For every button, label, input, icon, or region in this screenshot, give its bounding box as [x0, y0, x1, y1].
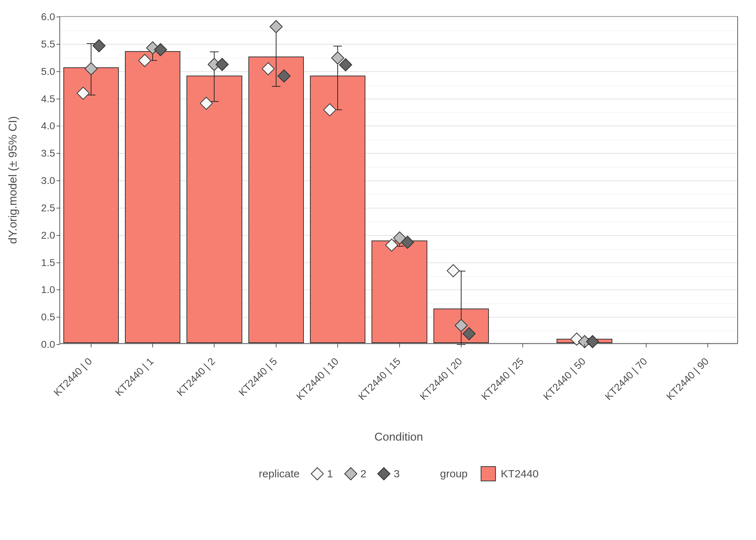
y-tick-label: 4.5: [41, 93, 60, 105]
y-tick-label: 4.0: [41, 120, 60, 132]
replicate-point: [92, 39, 105, 53]
x-tick-label: KT2440 | 70: [603, 356, 649, 402]
diamond-icon: [344, 467, 357, 481]
legend-group-title: group: [440, 468, 468, 480]
y-tick-label: 3.0: [41, 175, 60, 186]
legend: replicate 1 2 3 group KT2440: [259, 466, 539, 481]
x-tick-label: KT2440 | 10: [294, 356, 341, 402]
bar: [125, 51, 180, 343]
diamond-icon: [311, 467, 324, 481]
legend-item-group: KT2440: [481, 466, 539, 481]
y-tick-label: 5.5: [41, 39, 60, 50]
bar: [63, 67, 119, 343]
y-axis-title: dY.orig.model (± 95% CI): [6, 116, 19, 244]
x-tick-label: KT2440 | 1: [113, 356, 156, 399]
legend-label: 3: [394, 468, 400, 480]
x-axis-title: Condition: [374, 430, 423, 444]
bar: [372, 240, 427, 343]
replicate-point: [269, 20, 283, 33]
x-tick-label: KT2440 | 50: [541, 356, 588, 402]
y-tick-label: 5.0: [41, 66, 60, 77]
bar: [310, 76, 365, 343]
replicate-point: [446, 264, 460, 278]
legend-label: 1: [327, 468, 333, 480]
x-tick-label: KT2440 | 5: [237, 356, 279, 399]
legend-replicate-title: replicate: [259, 468, 300, 480]
replicate-point: [586, 335, 599, 348]
x-tick-label: KT2440 | 0: [51, 356, 94, 399]
legend-item-rep1: 1: [312, 468, 333, 480]
y-tick-label: 1.5: [41, 257, 60, 269]
x-tick-label: KT2440 | 2: [175, 356, 218, 399]
legend-label: KT2440: [501, 468, 539, 480]
diamond-icon: [377, 467, 391, 481]
y-tick-label: 2.5: [41, 202, 60, 214]
legend-item-rep2: 2: [346, 468, 366, 480]
y-tick-label: 0.5: [41, 311, 60, 323]
replicate-point: [216, 58, 229, 71]
square-icon: [481, 466, 496, 481]
legend-item-rep3: 3: [379, 468, 400, 480]
x-tick-label: KT2440 | 25: [479, 356, 526, 402]
legend-label: 2: [360, 468, 366, 480]
x-tick-label: KT2440 | 90: [664, 356, 711, 402]
bar: [186, 76, 242, 343]
y-tick-label: 2.0: [41, 230, 60, 241]
plot-panel: 0.00.51.01.52.02.53.03.54.04.55.05.56.0: [59, 16, 738, 344]
y-tick-label: 6.0: [41, 11, 60, 23]
bar: [248, 57, 304, 343]
x-tick-label: KT2440 | 15: [356, 356, 403, 402]
y-tick-label: 3.5: [41, 148, 60, 159]
x-tick-label: KT2440 | 20: [418, 356, 464, 402]
chart-root: 0.00.51.01.52.02.53.03.54.04.55.05.56.0 …: [0, 0, 756, 540]
y-tick-label: 1.0: [41, 284, 60, 296]
y-tick-label: 0.0: [41, 339, 60, 350]
